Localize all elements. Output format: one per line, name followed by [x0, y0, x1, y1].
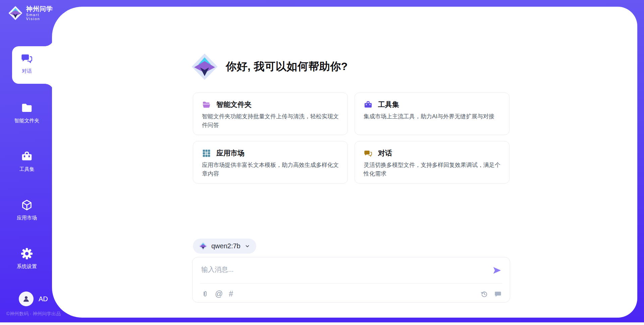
chat-icon: [20, 52, 34, 65]
card-title: 工具集: [378, 100, 399, 109]
hash-icon: #: [229, 290, 233, 298]
feature-card-chat[interactable]: 对话 灵活切换多模型文件，支持多样回复效果调试，满足个性化需求: [355, 141, 509, 184]
sidebar-item-toolbox[interactable]: 工具集: [0, 144, 54, 178]
copyright-text: ©神州数码 · 神州问学出品: [3, 311, 64, 317]
composer-toolbar: @ #: [201, 287, 502, 300]
model-logo-icon: [199, 242, 208, 251]
avatar: [19, 291, 34, 306]
card-description: 应用市场提供丰富长文本模板，助力高效生成多样化文章内容: [202, 161, 339, 178]
folder-open-icon: [202, 100, 211, 109]
card-title: 应用市场: [216, 148, 245, 158]
folder-icon: [20, 101, 34, 115]
send-icon: [492, 265, 502, 275]
feature-card-toolbox[interactable]: 工具集 集成市场上主流工具，助力AI与外界无缝扩展与对接: [355, 92, 509, 135]
greeting-block: 你好, 我可以如何帮助你?: [191, 53, 348, 80]
sidebar-item-label: 系统设置: [17, 263, 37, 270]
composer-divider: [200, 283, 502, 284]
cube-icon: [20, 198, 34, 212]
card-description: 智能文件夹功能支持批量文件上传与清洗，轻松实现文件问答: [202, 112, 339, 129]
toolbox-icon: [364, 100, 373, 109]
history-icon: [480, 290, 488, 298]
person-icon: [22, 295, 31, 303]
message-input[interactable]: [201, 263, 470, 275]
user-profile[interactable]: AD: [19, 291, 48, 306]
topic-button[interactable]: #: [229, 290, 233, 298]
gear-icon: [20, 247, 34, 260]
brand-subtitle: Smart Vision: [26, 13, 54, 21]
browser-bottom-strip: [0, 322, 644, 325]
main-panel: 你好, 我可以如何帮助你? 智能文件夹 智能文件夹功能支持批量文件上传与清洗，轻…: [52, 7, 637, 318]
feature-cards: 智能文件夹 智能文件夹功能支持批量文件上传与清洗，轻松实现文件问答 工具集 集成…: [193, 92, 509, 184]
send-button[interactable]: [492, 265, 502, 276]
card-description: 灵活切换多模型文件，支持多样回复效果调试，满足个性化需求: [364, 161, 500, 178]
chat-icon: [364, 149, 373, 158]
sidebar-item-label: 应用市场: [17, 215, 37, 221]
message-composer: @ #: [192, 257, 510, 303]
chat-bubble-icon: [494, 290, 502, 298]
user-name: AD: [39, 295, 48, 303]
card-description: 集成市场上主流工具，助力AI与外界无缝扩展与对接: [364, 112, 500, 121]
sidebar-item-label: 工具集: [19, 166, 35, 173]
quick-chat-button[interactable]: [494, 290, 502, 298]
sidebar-item-chat[interactable]: 对话: [0, 46, 54, 80]
sidebar-item-app-market[interactable]: 应用市场: [0, 193, 54, 226]
model-name: qwen2:7b: [211, 242, 240, 250]
chevron-down-icon: [244, 243, 251, 249]
sidebar-item-settings[interactable]: 系统设置: [0, 242, 54, 275]
sidebar: 神州问学 Smart Vision 对话 智能文件夹: [0, 0, 54, 325]
assistant-logo-icon: [191, 53, 218, 80]
sidebar-item-label: 对话: [22, 68, 32, 74]
history-button[interactable]: [480, 290, 488, 298]
paperclip-icon: [201, 290, 209, 298]
at-icon: @: [215, 290, 223, 298]
feature-card-app-market[interactable]: 应用市场 应用市场提供丰富长文本模板，助力高效生成多样化文章内容: [193, 141, 348, 184]
greeting-title: 你好, 我可以如何帮助你?: [226, 59, 348, 74]
grid-icon: [202, 149, 211, 158]
diamond-logo-icon: [8, 5, 23, 21]
sidebar-item-smart-folder[interactable]: 智能文件夹: [0, 96, 54, 129]
card-title: 对话: [378, 148, 392, 158]
brand-name: 神州问学: [26, 5, 54, 13]
card-title: 智能文件夹: [216, 100, 252, 109]
toolbox-icon: [20, 150, 34, 163]
feature-card-smart-folder[interactable]: 智能文件夹 智能文件夹功能支持批量文件上传与清洗，轻松实现文件问答: [193, 92, 348, 135]
brand-logo: 神州问学 Smart Vision: [8, 5, 54, 21]
mention-button[interactable]: @: [215, 290, 223, 298]
attach-file-button[interactable]: [201, 290, 209, 298]
model-selector[interactable]: qwen2:7b: [193, 239, 256, 254]
sidebar-item-label: 智能文件夹: [14, 118, 40, 124]
